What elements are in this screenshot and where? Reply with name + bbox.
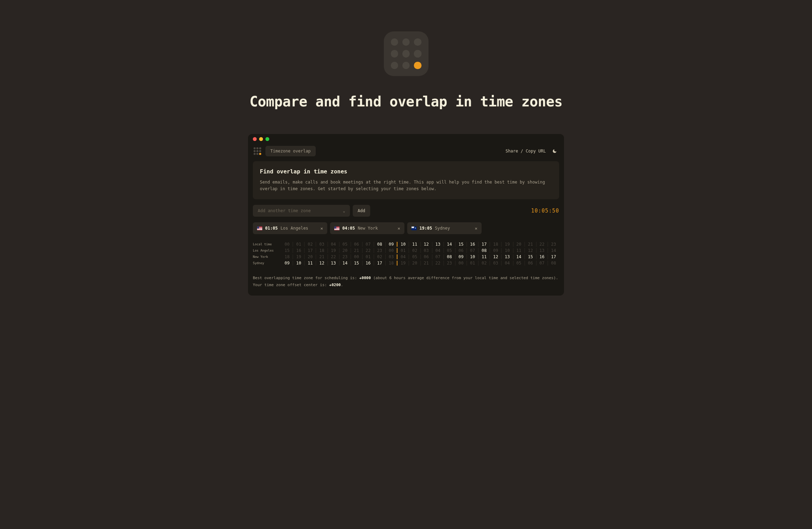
hour-cell[interactable]: 07 — [467, 248, 478, 253]
hour-cell[interactable]: 11 — [409, 242, 420, 247]
hour-cell[interactable]: 05 — [444, 248, 455, 253]
hour-cell[interactable]: 01 — [467, 261, 478, 266]
hour-cell[interactable]: 21 — [420, 261, 432, 266]
hour-cell[interactable]: 14 — [548, 248, 559, 253]
hour-cell[interactable]: 18 — [281, 254, 293, 259]
hour-cell[interactable]: 23 — [374, 248, 385, 253]
remove-zone-button[interactable]: × — [397, 226, 400, 231]
hour-cell[interactable]: 16 — [467, 242, 478, 247]
hour-cell[interactable]: 22 — [432, 261, 444, 266]
hour-cell[interactable]: 08 — [478, 248, 490, 253]
hour-cell[interactable]: 00 — [281, 242, 293, 247]
timezone-select[interactable]: Add another time zone ⌄ — [253, 205, 350, 217]
hour-cell[interactable]: 01 — [293, 242, 304, 247]
hour-cell[interactable]: 10 — [397, 242, 409, 247]
hour-cell[interactable]: 04 — [501, 261, 513, 266]
hour-cell[interactable]: 23 — [444, 261, 455, 266]
hour-cell[interactable]: 13 — [328, 261, 339, 266]
hour-cell[interactable]: 23 — [548, 242, 559, 247]
app-logo-small[interactable] — [253, 147, 262, 156]
hour-cell[interactable]: 17 — [304, 248, 316, 253]
hour-cell[interactable]: 13 — [432, 242, 444, 247]
hour-cell[interactable]: 15 — [455, 242, 467, 247]
hour-cell[interactable]: 00 — [385, 248, 397, 253]
tab-timezone-overlap[interactable]: Timezone overlap — [265, 146, 316, 156]
hour-cell[interactable]: 09 — [281, 261, 293, 266]
hour-cell[interactable]: 02 — [409, 248, 420, 253]
hour-cell[interactable]: 12 — [316, 261, 327, 266]
hour-cell[interactable]: 14 — [444, 242, 455, 247]
hour-cell[interactable]: 08 — [444, 254, 455, 259]
hour-cell[interactable]: 10 — [467, 254, 478, 259]
hour-cell[interactable]: 08 — [374, 242, 385, 247]
hour-cell[interactable]: 20 — [513, 242, 525, 247]
hour-cell[interactable]: 13 — [536, 248, 548, 253]
hour-cell[interactable]: 15 — [281, 248, 293, 253]
hour-cell[interactable]: 18 — [385, 261, 397, 266]
hour-cell[interactable]: 19 — [293, 254, 304, 259]
minimize-window-button[interactable] — [259, 137, 263, 141]
hour-cell[interactable]: 17 — [478, 242, 490, 247]
hour-cell[interactable]: 17 — [548, 254, 559, 259]
hour-cell[interactable]: 11 — [513, 248, 525, 253]
hour-cell[interactable]: 08 — [548, 261, 559, 266]
hour-cell[interactable]: 23 — [339, 254, 351, 259]
hour-cell[interactable]: 04 — [397, 254, 409, 259]
hour-cell[interactable]: 09 — [490, 248, 501, 253]
hour-cell[interactable]: 05 — [409, 254, 420, 259]
hour-cell[interactable]: 15 — [525, 254, 536, 259]
hour-cell[interactable]: 21 — [351, 248, 362, 253]
hour-cell[interactable]: 16 — [362, 261, 374, 266]
hour-cell[interactable]: 07 — [536, 261, 548, 266]
hour-cell[interactable]: 22 — [536, 242, 548, 247]
share-copy-url-link[interactable]: Share / Copy URL — [505, 149, 546, 154]
hour-cell[interactable]: 15 — [351, 261, 362, 266]
remove-zone-button[interactable]: × — [320, 226, 323, 231]
hour-cell[interactable]: 00 — [351, 254, 362, 259]
hour-cell[interactable]: 22 — [362, 248, 374, 253]
hour-cell[interactable]: 19 — [397, 261, 409, 266]
hour-cell[interactable]: 16 — [293, 248, 304, 253]
hour-cell[interactable]: 04 — [328, 242, 339, 247]
hour-cell[interactable]: 20 — [409, 261, 420, 266]
hour-cell[interactable]: 03 — [490, 261, 501, 266]
hour-cell[interactable]: 14 — [339, 261, 351, 266]
hour-cell[interactable]: 10 — [293, 261, 304, 266]
hour-cell[interactable]: 07 — [432, 254, 444, 259]
maximize-window-button[interactable] — [265, 137, 269, 141]
hour-cell[interactable]: 10 — [501, 248, 513, 253]
hour-cell[interactable]: 16 — [536, 254, 548, 259]
hour-cell[interactable]: 01 — [397, 248, 409, 253]
hour-cell[interactable]: 12 — [490, 254, 501, 259]
hour-cell[interactable]: 18 — [316, 248, 327, 253]
hour-cell[interactable]: 06 — [525, 261, 536, 266]
hour-cell[interactable]: 06 — [420, 254, 432, 259]
hour-cell[interactable]: 06 — [351, 242, 362, 247]
hour-cell[interactable]: 13 — [501, 254, 513, 259]
hour-cell[interactable]: 00 — [455, 261, 467, 266]
hour-cell[interactable]: 01 — [362, 254, 374, 259]
hour-cell[interactable]: 21 — [525, 242, 536, 247]
hour-cell[interactable]: 19 — [501, 242, 513, 247]
remove-zone-button[interactable]: × — [475, 226, 477, 231]
hour-cell[interactable]: 22 — [328, 254, 339, 259]
hour-cell[interactable]: 21 — [316, 254, 327, 259]
hour-cell[interactable]: 03 — [385, 254, 397, 259]
dark-mode-toggle-icon[interactable] — [552, 149, 557, 154]
hour-cell[interactable]: 05 — [513, 261, 525, 266]
hour-cell[interactable]: 02 — [374, 254, 385, 259]
hour-cell[interactable]: 19 — [328, 248, 339, 253]
hour-cell[interactable]: 11 — [304, 261, 316, 266]
hour-cell[interactable]: 14 — [513, 254, 525, 259]
hour-cell[interactable]: 11 — [478, 254, 490, 259]
hour-cell[interactable]: 20 — [339, 248, 351, 253]
hour-cell[interactable]: 06 — [455, 248, 467, 253]
hour-cell[interactable]: 12 — [525, 248, 536, 253]
hour-cell[interactable]: 17 — [374, 261, 385, 266]
hour-cell[interactable]: 02 — [478, 261, 490, 266]
hour-cell[interactable]: 02 — [304, 242, 316, 247]
close-window-button[interactable] — [253, 137, 257, 141]
hour-cell[interactable]: 12 — [420, 242, 432, 247]
hour-cell[interactable]: 18 — [490, 242, 501, 247]
hour-cell[interactable]: 03 — [420, 248, 432, 253]
